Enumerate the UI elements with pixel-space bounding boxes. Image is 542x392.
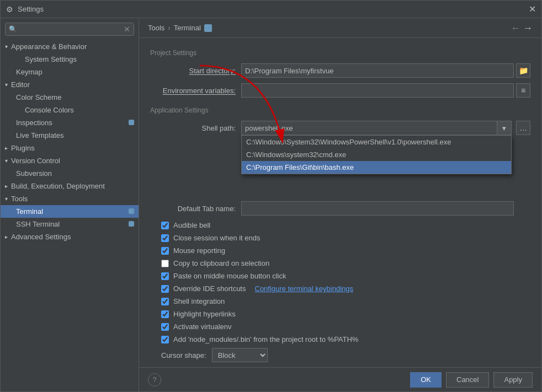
sidebar-group-vcs-label: Version Control [11, 157, 60, 165]
sidebar-group-editor-label: Editor [11, 80, 30, 89]
cursor-shape-row: Cursor shape: Block Underline Vertical B… [150, 348, 530, 362]
breadcrumb-terminal: Terminal [174, 24, 201, 32]
copy-clipboard-label: Copy to clipboard on selection [173, 259, 269, 267]
node-modules-checkbox[interactable] [161, 336, 169, 343]
checkbox-row-mouse-reporting: Mouse reporting [150, 246, 530, 255]
forward-button[interactable]: → [523, 23, 533, 33]
keybindings-link[interactable]: Configure terminal keybindings [255, 284, 353, 293]
inspections-badge [129, 120, 134, 125]
sidebar-group-advanced[interactable]: ▸ Advanced Settings [1, 230, 139, 243]
checkbox-row-shell-integration: Shell integration [150, 297, 530, 305]
sidebar-item-system-settings[interactable]: System Settings [1, 53, 139, 66]
sidebar-group-plugins[interactable]: ▸ Plugins [1, 142, 139, 154]
apply-button[interactable]: Apply [493, 372, 533, 388]
ssh-terminal-badge [129, 221, 134, 227]
checkbox-row-paste-middle: Paste on middle mouse button click [150, 272, 530, 280]
search-clear-button[interactable]: ✕ [124, 25, 130, 34]
env-vars-label: Environment variables: [150, 87, 236, 95]
cursor-shape-label: Cursor shape: [161, 351, 206, 359]
chevron-down-icon-tools: ▾ [5, 196, 8, 202]
start-directory-row: Start directory: 📁 [150, 63, 530, 78]
chevron-right-icon-advanced: ▸ [5, 234, 8, 240]
sidebar-section-plugins: ▸ Plugins [1, 142, 139, 154]
sidebar-group-appearance[interactable]: ▾ Appearance & Behavior [1, 40, 139, 53]
ok-button[interactable]: OK [410, 372, 442, 388]
env-vars-edit-button[interactable]: ≡ [516, 83, 530, 98]
shell-path-dropdown[interactable]: powershell.exe ▾ [241, 121, 512, 135]
help-button[interactable]: ? [148, 373, 161, 386]
shell-path-row: Shell path: powershell.exe ▾ C:\Windows\… [150, 121, 530, 135]
sidebar-section-build: ▸ Build, Execution, Deployment [1, 180, 139, 192]
sidebar-item-console-colors[interactable]: Console Colors [1, 104, 139, 116]
dropdown-option-2[interactable]: C:\Program Files\Git\bin\bash.exe [242, 161, 511, 174]
sidebar-item-live-templates[interactable]: Live Templates [1, 129, 139, 142]
panel-header: Tools › Terminal ← → [139, 18, 541, 38]
checkbox-row-override-ide: Override IDE shortcuts Configure termina… [150, 284, 530, 293]
sidebar-item-subversion[interactable]: Subversion [1, 167, 139, 180]
shell-path-browse-button[interactable]: … [516, 121, 530, 135]
env-vars-input[interactable] [241, 83, 514, 98]
highlight-hyperlinks-label: Highlight hyperlinks [173, 310, 236, 318]
title-bar: ⚙ Settings ✕ [1, 1, 541, 18]
paste-middle-checkbox[interactable] [161, 272, 169, 280]
paste-middle-label: Paste on middle mouse button click [173, 272, 286, 280]
chevron-right-icon-plugins: ▸ [5, 145, 8, 151]
checkbox-row-node-modules: Add 'node_modules/.bin' from the project… [150, 335, 530, 343]
sidebar-item-terminal[interactable]: Terminal [1, 205, 139, 218]
sidebar-item-ssh-terminal[interactable]: SSH Terminal [1, 218, 139, 230]
shell-integration-checkbox[interactable] [161, 298, 169, 305]
breadcrumb-separator: › [168, 24, 170, 32]
sidebar-group-vcs[interactable]: ▾ Version Control [1, 154, 139, 167]
app-icon: ⚙ [6, 5, 13, 14]
close-button[interactable]: ✕ [529, 5, 536, 14]
back-button[interactable]: ← [511, 23, 520, 33]
start-directory-input[interactable] [241, 63, 514, 78]
close-session-checkbox[interactable] [161, 234, 169, 242]
search-input[interactable]: terminal [20, 25, 121, 34]
sidebar-item-inspections[interactable]: Inspections [1, 116, 139, 129]
footer: ? OK Cancel Apply [139, 367, 541, 391]
sidebar-section-tools: ▾ Tools Terminal SSH Terminal [1, 192, 139, 230]
default-tab-input[interactable] [241, 201, 514, 216]
default-tab-row: Default Tab name: [150, 201, 530, 216]
checkbox-row-copy-clipboard: Copy to clipboard on selection [150, 259, 530, 267]
sidebar-item-keymap[interactable]: Keymap [1, 66, 139, 78]
dropdown-option-1[interactable]: C:\Windows\system32\cmd.exe [242, 148, 511, 161]
shell-path-label: Shell path: [150, 124, 236, 132]
dropdown-option-0[interactable]: C:\Windows\System32\WindowsPowerShell\v1… [242, 136, 511, 148]
start-directory-control: 📁 [241, 63, 530, 78]
search-icon: 🔍 [9, 25, 17, 33]
override-ide-checkbox[interactable] [161, 285, 169, 293]
right-panel: Tools › Terminal ← → Project Settings St… [139, 18, 541, 391]
sidebar-group-editor[interactable]: ▾ Editor [1, 78, 139, 91]
activate-virtualenv-checkbox[interactable] [161, 323, 169, 331]
shell-path-control: powershell.exe ▾ C:\Windows\System32\Win… [241, 121, 530, 135]
breadcrumb-tools: Tools [148, 24, 164, 32]
highlight-hyperlinks-checkbox[interactable] [161, 310, 169, 318]
audible-bell-checkbox[interactable] [161, 222, 169, 229]
override-ide-label: Override IDE shortcuts [173, 284, 246, 293]
cancel-button[interactable]: Cancel [446, 372, 489, 388]
project-settings-title: Project Settings [150, 49, 530, 57]
chevron-right-icon-build: ▸ [5, 183, 8, 189]
copy-clipboard-checkbox[interactable] [161, 260, 169, 267]
panel-body: Project Settings Start directory: 📁 Envi… [139, 38, 541, 367]
main-content: 🔍 terminal ✕ ▾ Appearance & Behavior Sys… [1, 18, 541, 391]
close-session-label: Close session when it ends [173, 234, 261, 242]
mouse-reporting-checkbox[interactable] [161, 247, 169, 255]
checkbox-row-audible-bell: Audible bell [150, 221, 530, 229]
default-tab-control [241, 201, 530, 216]
terminal-badge [129, 208, 134, 214]
application-settings-title: Application Settings [150, 106, 530, 114]
checkbox-row-highlight-hyperlinks: Highlight hyperlinks [150, 310, 530, 318]
start-directory-browse-button[interactable]: 📁 [516, 63, 530, 78]
sidebar-section-editor: ▾ Editor Color Scheme Console Colors Ins… [1, 78, 139, 142]
sidebar-group-tools[interactable]: ▾ Tools [1, 192, 139, 205]
shell-path-arrow[interactable]: ▾ [497, 121, 511, 135]
sidebar-group-build[interactable]: ▸ Build, Execution, Deployment [1, 180, 139, 192]
shell-path-dropdown-wrapper: powershell.exe ▾ C:\Windows\System32\Win… [241, 121, 512, 135]
sidebar-group-advanced-label: Advanced Settings [11, 233, 71, 241]
node-modules-label: Add 'node_modules/.bin' from the project… [173, 335, 358, 343]
sidebar-item-color-scheme[interactable]: Color Scheme [1, 91, 139, 104]
cursor-shape-select[interactable]: Block Underline Vertical Bar [212, 348, 268, 362]
